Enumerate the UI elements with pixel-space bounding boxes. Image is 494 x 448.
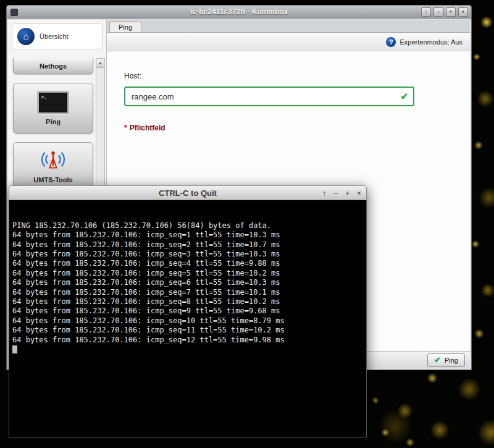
expert-mode-label: Expertenmodus: Aus xyxy=(400,38,463,46)
terminal-line: 64 bytes from 185.232.70.106: icmp_seq=2… xyxy=(12,240,363,250)
terminal-cursor xyxy=(12,345,17,353)
terminal-window-controls: ↑ − + × xyxy=(322,188,361,198)
terminal-window: CTRL-C to Quit ↑ − + × PING 185.232.70.1… xyxy=(9,185,367,437)
antenna-icon xyxy=(38,149,68,172)
sidebar-overview-button[interactable]: ⌂ Übersicht xyxy=(12,23,103,49)
terminal-minimize-button[interactable]: − xyxy=(333,188,338,198)
shade-button[interactable]: ↑ xyxy=(421,7,431,17)
home-icon: ⌂ xyxy=(17,28,35,45)
terminal-line: 64 bytes from 185.232.70.106: icmp_seq=3… xyxy=(12,250,363,259)
terminal-screen[interactable]: PING 185.232.70.106 (185.232.70.106) 56(… xyxy=(9,200,367,437)
kommbox-titlebar[interactable]: tc-bc2411c373ff - Kommbox ↑ − + × xyxy=(6,5,472,19)
ping-label: Ping xyxy=(46,118,61,125)
ping-button[interactable]: ✔ Ping xyxy=(427,353,465,367)
help-icon[interactable]: ? xyxy=(386,37,396,47)
terminal-line: 64 bytes from 185.232.70.106: icmp_seq=8… xyxy=(12,297,363,306)
sidebar-item-nethogs[interactable]: Nethogs xyxy=(13,58,93,74)
terminal-line: PING 185.232.70.106 (185.232.70.106) 56(… xyxy=(12,221,363,230)
required-field-note: *Pflichtfeld xyxy=(124,124,453,132)
tab-ping[interactable]: Ping xyxy=(109,22,141,32)
host-input[interactable] xyxy=(124,87,414,106)
maximize-button[interactable]: + xyxy=(446,7,456,17)
desktop-background: tc-bc2411c373ff - Kommbox ↑ − + × ⌂ Über… xyxy=(0,0,494,448)
overview-label: Übersicht xyxy=(40,33,68,40)
terminal-line: 64 bytes from 185.232.70.106: icmp_seq=5… xyxy=(12,269,363,278)
sidebar-item-umts-tools[interactable]: UMTS-Tools xyxy=(13,142,93,190)
window-menu-icon[interactable] xyxy=(10,9,18,16)
window-title: tc-bc2411c373ff - Kommbox xyxy=(7,7,471,16)
expert-mode-bar: ? Expertenmodus: Aus xyxy=(107,33,470,51)
nethogs-label: Nethogs xyxy=(40,62,67,70)
close-button[interactable]: × xyxy=(458,7,468,17)
minimize-button[interactable]: − xyxy=(433,7,443,17)
terminal-shade-button[interactable]: ↑ xyxy=(322,188,326,198)
required-text: Pflichtfeld xyxy=(130,124,165,132)
terminal-line: 64 bytes from 185.232.70.106: icmp_seq=9… xyxy=(12,306,363,316)
terminal-maximize-button[interactable]: + xyxy=(345,188,350,198)
required-star: * xyxy=(124,124,127,132)
terminal-close-button[interactable]: × xyxy=(357,188,361,198)
host-label: Host: xyxy=(124,72,453,80)
tab-bar: Ping xyxy=(107,20,470,33)
host-input-wrap: ✔ xyxy=(124,87,414,106)
terminal-line: 64 bytes from 185.232.70.106: icmp_seq=1… xyxy=(12,316,363,326)
terminal-cursor-row xyxy=(12,345,363,354)
ping-button-check-icon: ✔ xyxy=(434,355,441,365)
ping-button-label: Ping xyxy=(445,357,458,364)
umts-tools-label: UMTS-Tools xyxy=(33,176,72,184)
window-controls: ↑ − + × xyxy=(421,7,468,17)
terminal-line: 64 bytes from 185.232.70.106: icmp_seq=1… xyxy=(12,336,363,345)
terminal-line: 64 bytes from 185.232.70.106: icmp_seq=6… xyxy=(12,278,363,287)
sidebar-item-ping[interactable]: >. Ping xyxy=(13,83,93,133)
terminal-line: 64 bytes from 185.232.70.106: icmp_seq=1… xyxy=(12,230,363,240)
valid-check-icon: ✔ xyxy=(400,91,408,102)
terminal-title: CTRL-C to Quit xyxy=(9,188,366,198)
terminal-line: 64 bytes from 185.232.70.106: icmp_seq=7… xyxy=(12,288,363,297)
terminal-line: 64 bytes from 185.232.70.106: icmp_seq=1… xyxy=(12,326,363,335)
scrollbar-up-button[interactable]: ▲ xyxy=(96,59,104,68)
terminal-icon: >. xyxy=(37,91,69,114)
terminal-titlebar[interactable]: CTRL-C to Quit ↑ − + × xyxy=(9,185,367,200)
terminal-line: 64 bytes from 185.232.70.106: icmp_seq=4… xyxy=(12,259,363,268)
